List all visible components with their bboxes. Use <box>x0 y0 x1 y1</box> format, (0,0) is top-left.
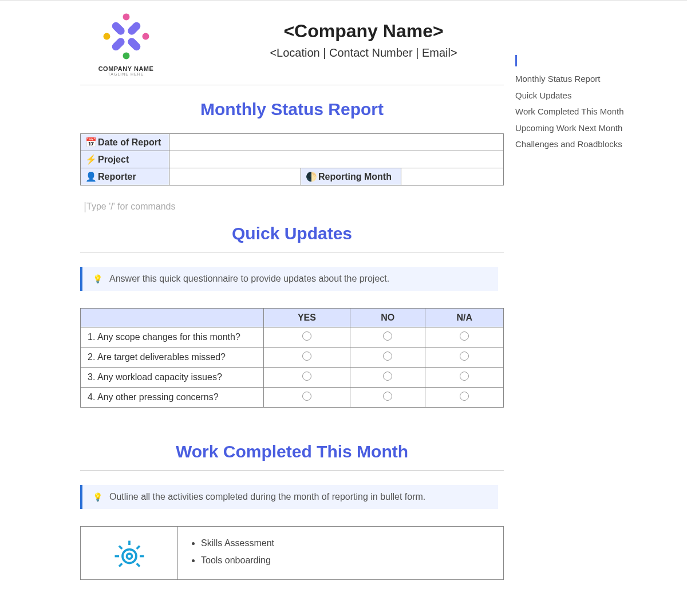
svg-line-15 <box>119 546 122 548</box>
radio-na[interactable] <box>460 331 469 341</box>
radio-no[interactable] <box>383 372 392 381</box>
radio-yes[interactable] <box>302 392 311 401</box>
radio-na[interactable] <box>460 392 469 401</box>
question-header-blank <box>81 308 264 327</box>
column-na: N/A <box>425 308 504 327</box>
svg-line-14 <box>136 546 139 548</box>
svg-rect-0 <box>126 21 142 37</box>
bullet-item[interactable]: Tools onboarding <box>201 552 493 569</box>
field-label-project: ⚡Project <box>81 151 169 168</box>
bullet-item[interactable]: Skills Assessment <box>201 535 493 552</box>
document-header: COMPANY NAME TAGLINE HERE <Company Name>… <box>80 12 510 76</box>
divider <box>80 470 504 471</box>
question-row: 2. Are target deliverables missed? <box>81 347 504 367</box>
question-row: 4. Any other pressing concerns? <box>81 387 504 407</box>
radio-no[interactable] <box>383 352 392 361</box>
divider <box>80 85 504 85</box>
radio-yes[interactable] <box>302 352 311 361</box>
person-icon: 👤 <box>85 171 94 182</box>
field-label-date: 📅Date of Report <box>81 134 169 151</box>
questionnaire-table: YES NO N/A 1. Any scope changes for this… <box>80 308 504 408</box>
logo-label: COMPANY NAME <box>80 65 172 72</box>
logo-tagline: TAGLINE HERE <box>80 72 172 76</box>
section-title-quick-updates[interactable]: Quick Updates <box>80 224 504 243</box>
field-value-date[interactable] <box>169 134 504 151</box>
field-label-reporter: 👤Reporter <box>81 168 169 185</box>
question-row: 3. Any workload capacity issues? <box>81 367 504 387</box>
field-label-reporting-month: 🌓Reporting Month <box>301 168 401 185</box>
radio-na[interactable] <box>460 372 469 381</box>
radio-yes[interactable] <box>302 331 311 341</box>
radio-no[interactable] <box>383 392 392 401</box>
svg-rect-2 <box>110 37 126 53</box>
report-info-table: 📅Date of Report ⚡Project 👤Reporter 🌓Repo… <box>80 133 504 185</box>
section-title-work-completed[interactable]: Work Completed This Month <box>80 442 504 461</box>
svg-point-5 <box>142 33 149 40</box>
svg-point-9 <box>127 554 132 559</box>
section-title-monthly[interactable]: Monthly Status Report <box>80 100 504 119</box>
field-value-reporting-month[interactable] <box>401 168 504 185</box>
gear-icon <box>106 535 152 569</box>
work-bullets-cell[interactable]: Skills Assessment Tools onboarding <box>178 526 504 579</box>
svg-point-4 <box>123 14 129 21</box>
outline-item[interactable]: Quick Updates <box>515 88 664 104</box>
svg-point-8 <box>123 549 136 563</box>
svg-line-17 <box>119 563 122 566</box>
callout-text: Answer this quick questionnaire to provi… <box>109 274 389 284</box>
radio-no[interactable] <box>383 331 392 341</box>
logo-icon <box>102 12 151 61</box>
outline-item[interactable]: Work Completed This Month <box>515 104 664 120</box>
divider <box>80 252 504 252</box>
outline-item[interactable]: Upcoming Work Next Month <box>515 120 664 137</box>
slash-command-input[interactable]: Type '/' for commands <box>85 202 503 212</box>
moon-icon: 🌓 <box>306 171 315 182</box>
radio-yes[interactable] <box>302 372 311 381</box>
bulb-icon: 💡 <box>93 492 102 502</box>
svg-point-6 <box>123 53 129 60</box>
column-no: NO <box>350 308 425 327</box>
svg-rect-3 <box>110 21 126 37</box>
work-icon-cell <box>81 526 178 579</box>
radio-na[interactable] <box>460 352 469 361</box>
outline-marker <box>515 55 664 66</box>
column-yes: YES <box>264 308 350 327</box>
field-value-reporter[interactable] <box>169 168 301 185</box>
work-completed-callout: 💡 Outline all the activities completed d… <box>80 485 498 509</box>
work-completed-table: Skills Assessment Tools onboarding <box>80 526 504 580</box>
quick-updates-callout: 💡 Answer this quick questionnaire to pro… <box>80 267 498 291</box>
document-outline: Monthly Status Report Quick Updates Work… <box>515 1 664 616</box>
calendar-icon: 📅 <box>85 137 94 148</box>
bulb-icon: 💡 <box>93 274 102 283</box>
svg-point-7 <box>103 33 110 40</box>
svg-line-16 <box>136 563 139 566</box>
question-row: 1. Any scope changes for this month? <box>81 327 504 347</box>
field-value-project[interactable] <box>169 151 504 168</box>
company-name[interactable]: <Company Name> <box>218 21 510 42</box>
outline-item[interactable]: Monthly Status Report <box>515 71 664 88</box>
callout-text: Outline all the activities completed dur… <box>109 492 425 502</box>
company-logo: COMPANY NAME TAGLINE HERE <box>80 12 172 76</box>
svg-rect-1 <box>126 37 142 53</box>
lightning-icon: ⚡ <box>85 154 94 165</box>
outline-item[interactable]: Challenges and Roadblocks <box>515 136 664 153</box>
company-subheading[interactable]: <Location | Contact Number | Email> <box>218 46 510 60</box>
